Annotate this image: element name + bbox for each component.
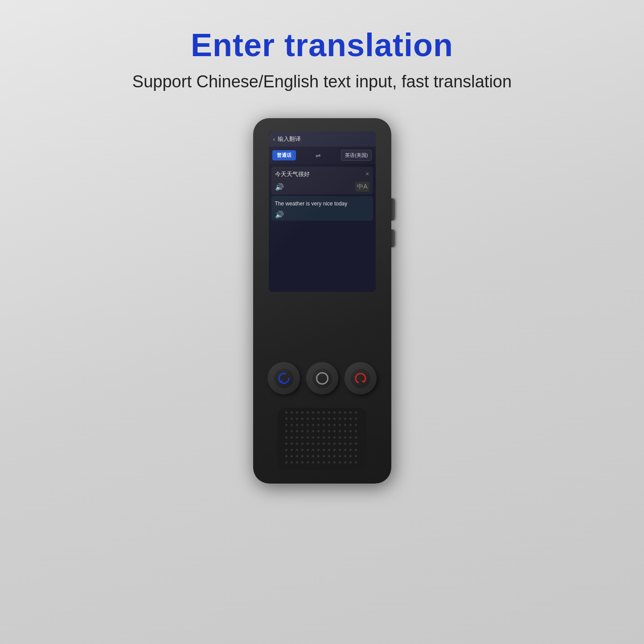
speaker-dot: [328, 449, 330, 451]
speaker-dot: [312, 424, 314, 426]
speaker-dot: [296, 449, 298, 451]
translation-result-area: The weather is very nice today 🔊: [271, 196, 373, 221]
speaker-dot: [285, 455, 287, 457]
right-button[interactable]: [345, 362, 377, 394]
speaker-dot: [344, 411, 346, 414]
speaker-dot: [355, 443, 357, 445]
speaker-dot: [355, 461, 357, 464]
page-title: Enter translation: [191, 27, 453, 63]
speaker-dot: [355, 418, 357, 420]
screen-title: 输入翻译: [278, 135, 301, 143]
translation-speaker-row: 🔊: [275, 210, 369, 219]
speaker-dot: [285, 436, 287, 439]
speaker-dot: [355, 411, 357, 414]
translate-icon[interactable]: 中A: [355, 182, 369, 192]
speaker-icon-bottom[interactable]: 🔊: [275, 211, 284, 218]
speaker-dot: [296, 461, 298, 464]
speaker-dot: [339, 424, 341, 426]
speaker-dot: [291, 411, 293, 414]
side-button-top[interactable]: [391, 198, 395, 221]
input-area[interactable]: 今天天气很好 × 🔊 中A: [271, 167, 373, 194]
speaker-dot: [296, 436, 298, 439]
speaker-dot: [285, 418, 287, 420]
speaker-dot: [291, 418, 293, 420]
screen-header: ‹ 输入翻译: [269, 131, 376, 147]
swap-language-icon[interactable]: ⇌: [316, 152, 321, 159]
speaker-dot: [339, 455, 341, 457]
speaker-dot: [301, 443, 304, 445]
speaker-dot: [296, 455, 298, 457]
speaker-dot: [339, 443, 341, 445]
speaker-dot: [339, 411, 341, 414]
speaker-dot: [349, 461, 352, 464]
speaker-dot: [328, 436, 330, 439]
speaker-dot: [312, 418, 314, 420]
speaker-dot: [291, 430, 293, 432]
speaker-dot: [339, 449, 341, 451]
speaker-dot: [344, 424, 346, 426]
svg-point-2: [354, 372, 367, 385]
page-subtitle: Support Chinese/English text input, fast…: [132, 72, 512, 91]
speaker-dot: [285, 461, 287, 464]
speaker-dot: [328, 430, 330, 432]
speaker-dot: [317, 443, 320, 445]
speaker-dot: [328, 424, 330, 426]
device: ‹ 输入翻译 普通话 ⇌ 英语(美国) 今天天气很好 × 🔊: [253, 118, 391, 484]
device-body: ‹ 输入翻译 普通话 ⇌ 英语(美国) 今天天气很好 × 🔊: [253, 118, 391, 484]
speaker-dot: [312, 430, 314, 432]
speaker-dot: [307, 461, 309, 464]
speaker-dot: [285, 449, 287, 451]
speaker-icon-top[interactable]: 🔊: [275, 183, 284, 191]
speaker-dot: [328, 411, 330, 414]
speaker-dot: [328, 461, 330, 464]
input-row: 今天天气很好 ×: [275, 170, 369, 178]
speaker-dot: [349, 424, 352, 426]
speaker-dot: [312, 455, 314, 457]
back-arrow-icon[interactable]: ‹: [273, 135, 275, 143]
speaker-dot: [317, 418, 320, 420]
speaker-dot: [355, 430, 357, 432]
blue-rotate-icon: [278, 372, 290, 385]
speaker-dot: [307, 436, 309, 439]
speaker-dot: [291, 443, 293, 445]
control-buttons: [253, 362, 391, 394]
speaker-dot: [291, 424, 293, 426]
speaker-dot: [339, 461, 341, 464]
speaker-dot: [323, 455, 325, 457]
speaker-dot: [312, 436, 314, 439]
speaker-dot: [285, 424, 287, 426]
speaker-dot: [339, 430, 341, 432]
right-button-inner: [351, 369, 370, 388]
speaker-dot: [307, 449, 309, 451]
screen-content: ‹ 输入翻译 普通话 ⇌ 英语(美国) 今天天气很好 × 🔊: [269, 131, 376, 292]
target-language-button[interactable]: 英语(美国): [341, 150, 372, 161]
speaker-dot: [317, 436, 320, 439]
speaker-dot: [333, 411, 336, 414]
speaker-dot: [323, 461, 325, 464]
speaker-dot: [333, 418, 336, 420]
source-language-button[interactable]: 普通话: [272, 150, 296, 160]
speaker-dot: [301, 430, 304, 432]
speaker-dot: [296, 418, 298, 420]
speaker-dot: [296, 411, 298, 414]
speaker-dot: [339, 418, 341, 420]
speaker-dot: [317, 449, 320, 451]
speaker-dot: [291, 461, 293, 464]
side-button-mid[interactable]: [391, 230, 395, 247]
speaker-dot: [333, 443, 336, 445]
speaker-dot: [301, 461, 304, 464]
speaker-dot: [307, 455, 309, 457]
center-button[interactable]: [306, 362, 338, 394]
center-button-inner: [312, 369, 332, 388]
speaker-dot: [355, 436, 357, 439]
speaker-dot: [301, 418, 304, 420]
speaker-dot: [301, 411, 304, 414]
speaker-dot: [301, 449, 304, 451]
speaker-dot: [349, 449, 352, 451]
clear-input-button[interactable]: ×: [365, 170, 369, 177]
left-button[interactable]: [268, 362, 300, 394]
speaker-dot: [328, 455, 330, 457]
speaker-dot: [344, 449, 346, 451]
translated-text: The weather is very nice today: [275, 200, 369, 208]
speaker-dot: [312, 461, 314, 464]
